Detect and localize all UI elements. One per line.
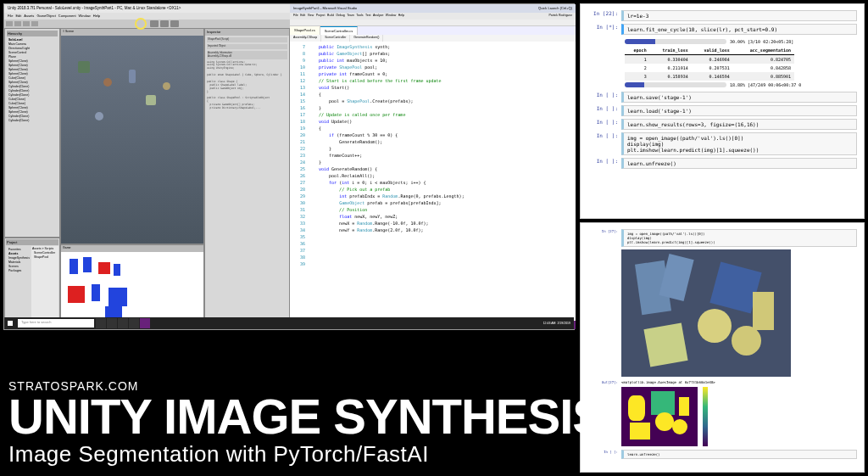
inspector-import: Imported Object — [207, 44, 287, 49]
vs-user[interactable]: Patrick Rodriguez — [548, 14, 572, 19]
vs-menu-item[interactable]: Project — [316, 14, 326, 19]
vs-tab[interactable]: SceneController.cs — [320, 26, 359, 35]
unity-menu-item[interactable]: Component — [58, 14, 76, 19]
unity-menu-item[interactable]: Edit — [15, 14, 21, 19]
inspector-panel[interactable]: Inspector ShapePool (Script) Imported Ob… — [204, 28, 290, 329]
inspector-header: Inspector — [205, 29, 289, 36]
scene-sphere — [103, 78, 112, 87]
vs-quick-launch[interactable]: Quick Launch (Ctrl+Q) — [538, 6, 572, 11]
th-acc: acc_segmentation — [733, 46, 794, 55]
seg-cylinder — [83, 257, 92, 272]
jupyter-cell-input[interactable]: learn.fit_one_cycle(10, slice(lr), pct_s… — [621, 24, 857, 35]
game-view[interactable]: Game — [60, 244, 204, 329]
project-folder[interactable]: Packages — [7, 268, 31, 272]
vs-menu-item[interactable]: View — [308, 14, 314, 19]
vs-nav-project[interactable]: Assembly-CSharp — [290, 35, 321, 42]
jupyter-cell-input[interactable]: img = open_image((path/'val').ls()[0]) d… — [621, 229, 857, 247]
seg-region — [672, 419, 687, 434]
vs-menu-item[interactable]: Window — [386, 14, 396, 19]
render-sphere — [698, 309, 732, 343]
vs-code-area[interactable]: public ImageSynthesis synth; public Game… — [309, 42, 576, 321]
render-cube — [643, 322, 687, 367]
unity-menu-item[interactable]: Assets — [24, 14, 34, 19]
jupyter-out-text: <matplotlib.image.AxesImage at 0x7f31b60… — [621, 380, 857, 384]
scene-cube — [146, 95, 156, 105]
game-tab[interactable]: Game — [61, 245, 203, 252]
vs-menu-item[interactable]: Edit — [300, 14, 305, 19]
vs-taskbar-icon[interactable] — [140, 318, 150, 328]
move-tool-icon[interactable] — [14, 21, 21, 26]
vs-title-text: ImageSynthPart1 - Microsoft Visual Studi… — [293, 6, 538, 11]
segmentation-mask-output — [621, 387, 698, 446]
vs-menu-item[interactable]: Help — [398, 14, 404, 19]
jupyter-cell-input[interactable]: learn.load('stage-1') — [621, 105, 857, 116]
jupyter-cell-input[interactable]: learn.unfreeze() — [621, 450, 857, 459]
vs-menu-item[interactable]: Tools — [356, 14, 363, 19]
vs-menu-item[interactable]: File — [293, 14, 298, 19]
seg-region — [628, 395, 645, 421]
unity-menubar: File Edit Assets GameObject Component Wi… — [4, 13, 290, 20]
task-view-icon[interactable] — [107, 318, 117, 328]
jupyter-cell-input[interactable]: learn.unfreeze() — [621, 158, 857, 169]
scene-3d-viewport[interactable] — [61, 36, 203, 244]
taskbar-search-input[interactable]: Type here to search — [18, 319, 94, 328]
step-button[interactable] — [170, 20, 179, 27]
scale-tool-icon[interactable] — [31, 21, 38, 26]
unity-editor-window: Unity 2018.3.7f1 Personal - SoloLevel.un… — [4, 4, 290, 329]
project-header: Project — [6, 239, 58, 245]
project-file[interactable]: SceneController — [32, 250, 58, 255]
vs-menu-item[interactable]: Test — [365, 14, 370, 19]
hierarchy-panel[interactable]: Hierarchy SoloLevel Main CameraDirection… — [4, 28, 60, 238]
inspector-component-title: ShapePool (Script) — [207, 37, 287, 42]
play-button[interactable] — [150, 20, 159, 27]
batch-progress-bar: 18.88% [47/249 00:06<00:37 0 — [625, 82, 854, 87]
visual-studio-window: ImageSynthPart1 - Microsoft Visual Studi… — [290, 4, 576, 329]
unity-menu-item[interactable]: GameObject — [36, 14, 55, 19]
th-epoch: epoch — [625, 46, 650, 55]
unity-menu-item[interactable]: Help — [93, 14, 100, 19]
unity-menu-item[interactable]: File — [8, 14, 13, 19]
vs-code-editor[interactable]: 7891011121314151617181920212223242526272… — [290, 42, 576, 321]
vs-line-gutter: 7891011121314151617181920212223242526272… — [290, 42, 309, 321]
pause-button[interactable] — [160, 20, 169, 27]
th-validloss: valid_loss — [692, 46, 733, 55]
jupyter-cell-input[interactable]: lr=1e-3 — [621, 10, 857, 21]
start-button[interactable] — [4, 317, 16, 329]
hierarchy-item[interactable]: Cylinder(Clone) — [7, 118, 58, 122]
explorer-icon[interactable] — [118, 318, 128, 328]
project-folder[interactable]: ImageSynthesis — [7, 255, 31, 260]
vs-menu-item[interactable]: Analyze — [373, 14, 383, 19]
desktop-composite: Unity 2018.3.7f1 Personal - SoloLevel.un… — [3, 3, 575, 330]
progress-text: 18.88% [47/249 00:06<00:37 0 — [730, 82, 801, 87]
project-file[interactable]: ShapePool — [32, 255, 58, 259]
unity-taskbar-icon[interactable] — [129, 318, 139, 328]
scene-view[interactable]: # Scene — [60, 28, 204, 244]
vs-nav-class[interactable]: SceneController — [321, 35, 350, 42]
jupyter-cell-input[interactable]: learn.show_results(rows=3, figsize=(16,1… — [621, 119, 857, 130]
scene-sphere — [95, 112, 103, 120]
taskbar-date[interactable]: 2/19/2019 — [557, 322, 570, 325]
taskbar-time[interactable]: 12:43 AM — [543, 322, 556, 325]
project-panel[interactable]: Project Favorites Assets ImageSynthesisM… — [4, 238, 60, 329]
jupyter-prompt: In [ ]: — [587, 105, 621, 116]
cortana-icon[interactable] — [96, 318, 106, 328]
inspector-assembly-file: Assembly-CSharp.dll — [208, 55, 287, 59]
jupyter-cell-input[interactable]: img = open_image((path/'val').ls()[0]) d… — [621, 132, 857, 155]
jupyter-cell-input[interactable]: learn.save('stage-1') — [621, 92, 857, 103]
render-cylinder — [753, 292, 774, 330]
vs-menu-item[interactable]: Build — [327, 14, 334, 19]
vs-nav-method[interactable]: GenerateRandom() — [350, 35, 383, 42]
seg-cylinder — [70, 259, 78, 274]
seg-cylinder — [114, 264, 120, 276]
vs-toolbar — [290, 20, 576, 26]
jupyter-prompt: In [*]: — [587, 24, 621, 35]
unity-menu-item[interactable]: Window — [79, 14, 91, 19]
jupyter-prompt: In [ ]: — [587, 119, 621, 130]
vs-tab[interactable]: ShapePool.cs — [290, 26, 320, 35]
rotate-tool-icon[interactable] — [23, 21, 30, 26]
vs-menu-item[interactable]: Debug — [336, 14, 344, 19]
training-progress-bar: 30.00% [3/10 02:20<05:28] — [625, 39, 854, 44]
scene-tab[interactable]: # Scene — [61, 29, 203, 36]
hand-tool-icon[interactable] — [6, 21, 13, 26]
vs-menu-item[interactable]: Team — [347, 14, 354, 19]
